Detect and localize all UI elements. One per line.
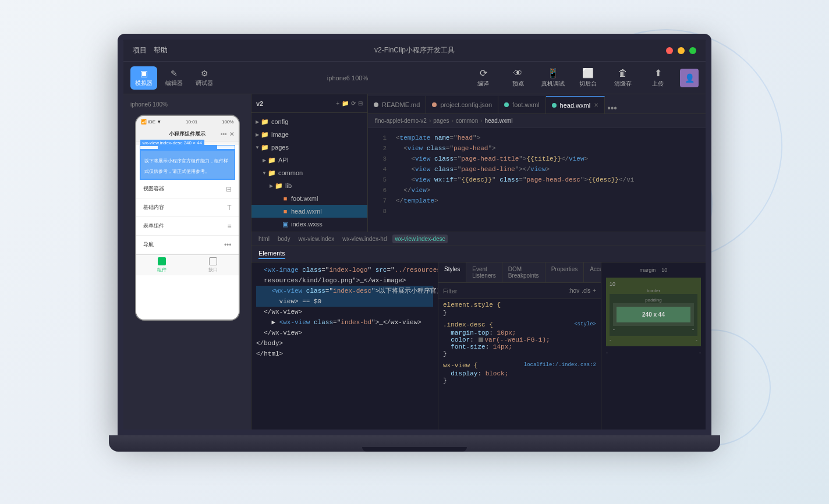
real-device-label: 真机调试	[541, 80, 565, 88]
tree-label-head-wxml: head.wxml	[291, 208, 322, 215]
tab-footwxml[interactable]: foot.wxml	[498, 96, 545, 113]
new-file-btn[interactable]: +	[336, 100, 339, 107]
box-padding: 240 x 44	[613, 303, 694, 326]
styles-tab-styles[interactable]: Styles	[438, 262, 466, 282]
bc-common[interactable]: common	[456, 118, 478, 124]
phone-menu-basic[interactable]: 基础内容 T	[136, 198, 239, 217]
compile-action[interactable]: ⟳ 编译	[470, 68, 496, 88]
tab-dot-projectjson	[432, 102, 437, 107]
tab-readme[interactable]: README.md	[368, 96, 426, 113]
file-panel-header: v2 + 📁 ⟳ ⊟	[251, 94, 367, 113]
menu-help[interactable]: 帮助	[154, 45, 168, 55]
filter-add[interactable]: +	[593, 288, 596, 294]
tree-item-config[interactable]: ▶ 📁 config	[251, 115, 367, 128]
main-content: iphone6 100% 📶 IDE ▼ 10:01 100% 小程序组	[123, 94, 706, 430]
tree-label-foot-wxml: foot.wxml	[291, 195, 318, 202]
bc-current: head.wxml	[485, 118, 513, 124]
phone-menu-view[interactable]: 视图容器 ⊟	[136, 180, 239, 198]
box-model-panel: margin 10 10 border padding	[601, 262, 706, 430]
dom-view[interactable]: <wx-image class="index-logo" src="../res…	[251, 262, 438, 430]
phone-tab-component[interactable]: 组件	[136, 255, 187, 275]
style-rule-wx-source[interactable]: localfile:/.index.css:2	[524, 362, 596, 370]
clear-cache-action[interactable]: 🗑 清缓存	[610, 68, 636, 88]
phone-close-icon[interactable]: ✕	[229, 131, 234, 137]
tree-item-common[interactable]: ▼ 📁 common	[251, 166, 367, 179]
bc-wx-index[interactable]: wx-view.index	[296, 235, 337, 243]
styles-tab-properties[interactable]: Properties	[545, 262, 584, 282]
preview-label: 预览	[512, 80, 524, 88]
simulator-label: 模拟器	[135, 79, 153, 87]
bc-body[interactable]: body	[275, 235, 293, 243]
tree-item-foot-wxml[interactable]: ▶ ■ foot.wxml	[251, 192, 367, 205]
refresh-btn[interactable]: ⟳	[351, 100, 356, 107]
preview-action[interactable]: 👁 预览	[505, 68, 531, 88]
editor-area: v2 + 📁 ⟳ ⊟	[251, 94, 706, 232]
tree-item-head-wxml[interactable]: ▶ ■ head.wxml	[251, 205, 367, 218]
bc-sep-2: ›	[452, 118, 454, 124]
tree-item-lib[interactable]: ▶ 📁 lib	[251, 179, 367, 192]
file-icon-head-wxml: ■	[282, 208, 289, 215]
file-panel-title: v2	[256, 100, 263, 107]
new-folder-btn[interactable]: 📁	[342, 100, 349, 107]
collapse-all-btn[interactable]: ⊟	[358, 100, 363, 107]
user-avatar[interactable]: 👤	[680, 69, 699, 87]
laptop-container: 项目 帮助 v2-FinClip小程序开发工具 ▣ 模拟器	[109, 34, 720, 470]
style-rule-index-desc: .index-desc { <style> margin-top: 10px; …	[443, 321, 596, 357]
phone-time: 10:01	[186, 119, 197, 125]
simulator-icon: ▣	[140, 69, 148, 78]
simulator-btn[interactable]: ▣ 模拟器	[130, 66, 157, 90]
switch-bg-action[interactable]: ⬜ 切后台	[575, 68, 601, 88]
dom-line-3: <wx-view class="index-desc">以下将展示小程序官方组件…	[256, 286, 433, 296]
style-rule-source[interactable]: <style>	[574, 321, 596, 329]
bc-pages[interactable]: pages	[433, 118, 449, 124]
box-border-dash-l: -	[610, 337, 611, 343]
styles-filter-input[interactable]	[443, 288, 566, 294]
code-line-7: </template>	[396, 196, 699, 206]
editor-btn[interactable]: ✎ 编辑器	[161, 66, 187, 90]
bc-html[interactable]: html	[256, 235, 272, 243]
styles-tab-dom-breakpoints[interactable]: DOM Breakpoints	[502, 262, 545, 282]
dom-line-2: resources/kind/logo.png">_</wx-image>	[256, 275, 433, 286]
phone-menu-nav[interactable]: 导航 •••	[136, 236, 239, 254]
phone-tab-api[interactable]: 接口	[187, 255, 239, 275]
filter-hov[interactable]: :hov	[568, 288, 579, 294]
tab-close-headwxml[interactable]: ✕	[594, 102, 598, 108]
window-minimize[interactable]	[678, 47, 685, 54]
tab-projectjson[interactable]: project.config.json	[426, 96, 498, 113]
tab-headwxml[interactable]: head.wxml ✕	[546, 96, 605, 113]
window-close[interactable]	[666, 47, 673, 54]
phone-menu-form[interactable]: 表单组件 ≡	[136, 217, 239, 236]
phone-more-icon[interactable]: •••	[221, 131, 227, 137]
phone-menu-basic-label: 基础内容	[143, 204, 164, 211]
debugger-btn[interactable]: ⚙ 调试器	[191, 66, 218, 90]
tab-more-btn[interactable]: •••	[607, 103, 617, 113]
tree-item-image[interactable]: ▶ 📁 image	[251, 128, 367, 141]
tree-arrow-api: ▶	[261, 158, 268, 163]
bc-wx-index-hd[interactable]: wx-view.index-hd	[340, 235, 389, 243]
menu-project[interactable]: 项目	[133, 45, 147, 55]
code-editor[interactable]: 1 2 3 4 5 6 7 8	[368, 128, 706, 232]
folder-icon-pages: 📁	[261, 144, 269, 151]
devtools-tab-elements[interactable]: Elements	[258, 250, 285, 259]
box-margin-l: -	[606, 350, 608, 356]
tree-item-pages[interactable]: ▼ 📁 pages	[251, 141, 367, 154]
phone-wrapper: 📶 IDE ▼ 10:01 100% 小程序组件展示 ••• ✕	[123, 110, 251, 425]
code-content[interactable]: <template name="head"> <view class="page…	[389, 128, 706, 232]
laptop-screen: 项目 帮助 v2-FinClip小程序开发工具 ▣ 模拟器	[118, 34, 711, 435]
code-line-1: <template name="head">	[396, 133, 699, 143]
tab-label-projectjson: project.config.json	[440, 101, 492, 108]
filter-cls[interactable]: .cls	[582, 288, 590, 294]
styles-tab-listeners[interactable]: Event Listeners	[466, 262, 502, 282]
upload-action[interactable]: ⬆ 上传	[645, 68, 671, 88]
tree-item-api[interactable]: ▶ 📁 API	[251, 154, 367, 166]
api-tab-label: 接口	[208, 267, 218, 273]
folder-icon-image: 📁	[261, 131, 269, 139]
tree-item-index-wxss[interactable]: ▶ ▣ index.wxss	[251, 218, 367, 230]
real-device-action[interactable]: 📱 真机调试	[540, 68, 566, 88]
bc-wx-index-desc[interactable]: wx-view.index-desc	[392, 235, 447, 243]
window-maximize[interactable]	[689, 47, 696, 54]
style-prop-display: display: block;	[443, 370, 596, 377]
compile-label: 编译	[477, 80, 489, 88]
bc-root[interactable]: fino-applet-demo-v2	[375, 118, 427, 124]
upload-label: 上传	[652, 80, 664, 88]
